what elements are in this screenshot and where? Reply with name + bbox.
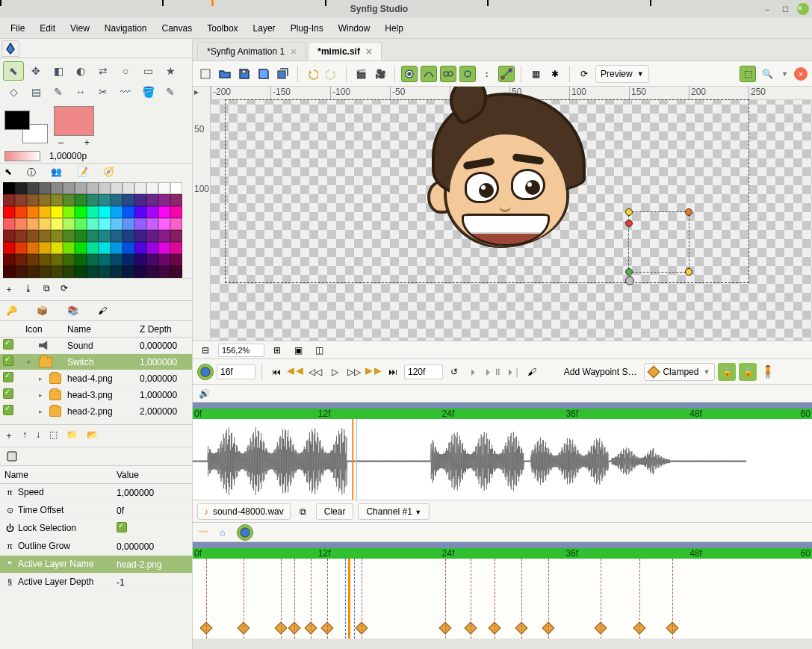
layers-group-icon[interactable]: ⬚ [49,429,58,442]
tool-spline[interactable]: ✎ [48,82,69,102]
palette-swatch[interactable] [134,182,146,194]
palette-swatch[interactable] [75,182,87,194]
palette-swatch[interactable] [111,206,123,218]
sound-channel-dropdown[interactable]: Channel #1 ▼ [358,503,430,520]
palette-save-icon[interactable]: ⧉ [43,283,50,296]
palette-swatch[interactable] [99,266,111,278]
duck-toggle-icon[interactable]: ⬚ [740,66,756,82]
zoom-out-icon[interactable]: ⊟ [197,342,214,358]
tool-width[interactable]: ↔ [70,82,91,102]
param-row[interactable]: πSpeed1,000000 [0,484,192,502]
prev-frame-icon[interactable]: ◁◁ [307,364,323,380]
lock-future-icon[interactable]: 🔒 [739,363,757,381]
param-row[interactable]: ⊙Time Offset0f [0,502,192,520]
tool-transform[interactable]: ⬉ [3,61,24,81]
palette-swatch[interactable] [51,206,63,218]
refresh-icon[interactable]: ⟳ [576,66,592,82]
palette-swatch[interactable] [146,254,158,266]
palette-tab-notes[interactable]: 📝 [77,167,88,179]
palette-swatch[interactable] [75,254,87,266]
fit-icon[interactable]: ▣ [290,342,306,358]
current-color-swatch[interactable] [54,106,94,136]
current-frame-input[interactable] [217,364,255,379]
to-end-icon[interactable]: ⏭ [385,364,401,380]
end-frame-input[interactable] [404,364,443,379]
skeleton-icon[interactable]: 🧍 [760,364,776,380]
palette-swatch[interactable] [39,266,51,278]
palette-swatch[interactable] [27,194,39,206]
save-canvas-icon[interactable] [197,66,214,82]
onion-1-icon[interactable] [401,66,418,82]
tool-rectangle[interactable]: ▭ [137,61,158,81]
keyframe-row[interactable] [193,621,812,636]
layers-add-icon[interactable]: ＋ [4,429,13,442]
palette-swatch[interactable] [111,218,123,230]
sound-clone-icon[interactable]: ⧉ [295,503,312,520]
palette-swatch[interactable] [75,218,87,230]
layers-box-icon[interactable]: 📦 [37,305,48,316]
palette-swatch[interactable] [146,242,158,254]
tool-polyline[interactable]: ◇ [3,82,24,102]
palette-swatch[interactable] [63,206,75,218]
palette-swatch[interactable] [3,254,15,266]
palette-swatch[interactable] [158,254,170,266]
layers-stack-icon[interactable]: 📚 [67,305,78,316]
timetrack-scrollbar[interactable] [193,639,812,649]
preview-quality-dropdown[interactable]: Preview▼ [595,65,649,83]
params-list[interactable]: πSpeed1,000000⊙Time Offset0f⏻Lock Select… [0,484,192,649]
fill-color-swatch[interactable] [4,111,30,130]
canvas-viewport[interactable]: -200-150-100-50050100150200250 [211,87,812,341]
menu-toolbox[interactable]: Toolbox [201,21,244,36]
palette-swatch[interactable] [15,254,27,266]
animate-mode-icon[interactable] [197,364,214,380]
palette-swatch[interactable] [87,218,99,230]
next-key-icon[interactable]: ⯈⯈ [365,364,382,380]
palette-swatch[interactable] [51,254,63,266]
palette-swatch[interactable] [63,242,75,254]
tool-mirror[interactable]: ⇄ [93,61,114,81]
layer-row[interactable]: Sound0,000000 [0,338,192,354]
open-icon[interactable] [217,66,233,82]
palette-swatch[interactable] [87,230,99,242]
palette-swatch[interactable] [123,206,134,218]
palette-swatch[interactable] [75,230,87,242]
sound-timestrip[interactable]: 0f12f24f36f48f60 [193,403,812,419]
palette-tab-nav[interactable]: 🧭 [103,167,114,179]
menu-layer[interactable]: Layer [247,21,282,36]
palette-swatch[interactable] [170,242,182,254]
palette-swatch[interactable] [134,266,146,278]
palette-swatch[interactable] [99,254,111,266]
param-row[interactable]: πOutline Grow0,000000 [0,538,192,556]
doc-tab[interactable]: *mimic.sif× [308,42,382,60]
palette-swatch[interactable] [39,182,51,194]
toolbox-tab-icon[interactable] [1,40,19,57]
close-tab-icon[interactable]: × [291,48,297,55]
palette-swatch[interactable] [75,242,87,254]
palette-swatch[interactable] [3,266,15,278]
palette-swatch[interactable] [15,266,27,278]
palette-swatch[interactable] [51,242,63,254]
zoom-input[interactable] [218,344,264,357]
menu-window[interactable]: Window [332,21,376,36]
palette-swatch[interactable] [170,230,182,242]
loop-icon[interactable]: ↺ [446,364,462,380]
palette-swatch[interactable] [99,230,111,242]
palette-tab-layers[interactable]: 👥 [51,167,62,179]
track-timestrip[interactable]: 0f12f24f36f48f60 [193,542,812,559]
palette-tab-cursor[interactable]: ⬉ [4,167,12,179]
palette-swatch[interactable] [87,242,99,254]
layer-row[interactable]: ▸head-4.png0,000000 [0,370,192,387]
bound-m-icon[interactable]: ⏵⏸ [485,364,501,380]
tool-star[interactable]: ★ [160,61,181,81]
layers-key-icon[interactable]: 🔑 [6,305,17,316]
palette-swatch[interactable] [111,182,123,194]
track-tab-icon[interactable] [237,524,253,541]
tool-scale[interactable]: ◧ [48,61,69,81]
preview-icon[interactable]: 🎥 [372,66,388,82]
palette-swatch[interactable] [170,194,182,206]
tool-eyedropper[interactable]: ✎ [160,82,181,102]
palette-swatch[interactable] [111,242,123,254]
palette-add-icon[interactable]: ＋ [4,283,13,296]
interp-dropdown[interactable]: Clamped ▼ [644,363,715,381]
layer-row[interactable]: ▸head-3.png1,000000 [0,387,192,403]
